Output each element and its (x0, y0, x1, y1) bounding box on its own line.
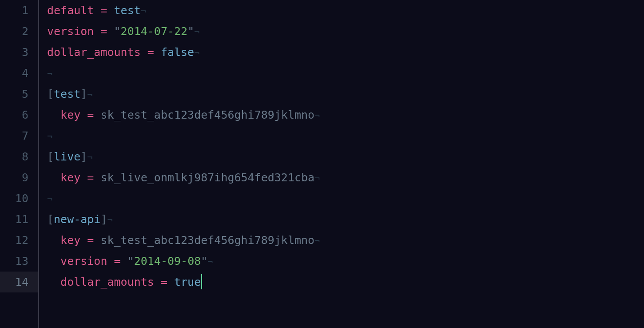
token: = (147, 46, 154, 59)
token (80, 108, 87, 121)
token (154, 276, 161, 288)
token: ] (100, 213, 107, 226)
line-number: 9 (0, 167, 38, 188)
line-number: 8 (0, 146, 38, 167)
token (80, 234, 87, 247)
line-number: 12 (0, 230, 38, 251)
eol-marker: ¬ (47, 68, 52, 79)
token: version (60, 255, 107, 268)
code-line[interactable]: [live]¬ (47, 146, 644, 167)
token: ] (80, 150, 87, 163)
token (154, 46, 161, 59)
code-line[interactable]: key = sk_test_abc123def456ghi789jklmno¬ (47, 230, 644, 251)
code-line[interactable]: version = "2014-07-22"¬ (47, 21, 644, 42)
token: = (100, 25, 107, 38)
line-number: 5 (0, 84, 38, 104)
indent (47, 108, 60, 121)
code-line[interactable]: ¬ (47, 125, 644, 146)
indent (47, 276, 60, 288)
code-line[interactable]: ¬ (47, 63, 644, 84)
line-number: 10 (0, 188, 38, 209)
token: test (54, 88, 80, 100)
token: key (60, 108, 80, 121)
eol-marker: ¬ (194, 48, 199, 58)
token: " (114, 25, 121, 38)
code-line[interactable]: key = sk_test_abc123def456ghi789jklmno¬ (47, 104, 644, 125)
token: 2014-07-22 (121, 25, 188, 38)
token: " (187, 25, 194, 38)
token: sk_live_onmlkj987ihg654fed321cba (100, 171, 314, 184)
eol-marker: ¬ (47, 131, 52, 142)
line-number: 13 (0, 251, 38, 272)
code-editor[interactable]: 1234567891011121314 default = test¬versi… (0, 0, 644, 328)
token (107, 25, 114, 38)
token: live (54, 150, 80, 163)
code-line[interactable]: key = sk_live_onmlkj987ihg654fed321cba¬ (47, 167, 644, 188)
eol-marker: ¬ (194, 27, 199, 37)
token: sk_test_abc123def456ghi789jklmno (100, 234, 314, 247)
token (107, 4, 114, 17)
code-line[interactable]: [new-api]¬ (47, 209, 644, 230)
token: = (114, 255, 121, 268)
token: dollar_amounts (60, 276, 154, 288)
token: = (87, 108, 94, 121)
token (107, 255, 114, 268)
token: default (47, 4, 94, 17)
code-area[interactable]: default = test¬version = "2014-07-22"¬do… (39, 0, 644, 328)
eol-marker: ¬ (47, 194, 52, 204)
indent (47, 234, 60, 247)
token (141, 46, 147, 59)
line-number: 3 (0, 42, 38, 63)
line-number: 14 (0, 272, 38, 292)
token: [ (47, 213, 54, 226)
token: " (201, 255, 207, 268)
token: = (87, 234, 94, 247)
token (94, 4, 100, 17)
indent (47, 171, 60, 184)
eol-marker: ¬ (141, 6, 146, 16)
token (121, 255, 127, 268)
line-number: 2 (0, 21, 38, 42)
token: = (100, 4, 107, 17)
token: key (60, 234, 80, 247)
token: [ (47, 150, 54, 163)
token (167, 276, 174, 288)
line-number: 4 (0, 63, 38, 84)
token: test (114, 4, 141, 17)
line-number: 1 (0, 0, 38, 21)
gutter: 1234567891011121314 (0, 0, 39, 328)
eol-marker: ¬ (314, 173, 320, 184)
token (94, 108, 100, 121)
line-number: 6 (0, 104, 38, 125)
token (94, 25, 100, 38)
token: " (127, 255, 134, 268)
code-line[interactable]: dollar_amounts = false¬ (47, 42, 644, 63)
token: new-api (54, 213, 100, 226)
token: true (174, 276, 201, 288)
line-number: 11 (0, 209, 38, 230)
token: version (47, 25, 94, 38)
code-line[interactable]: ¬ (47, 188, 644, 209)
token: 2014-09-08 (134, 255, 201, 268)
eol-marker: ¬ (207, 256, 213, 267)
eol-marker: ¬ (314, 236, 320, 246)
eol-marker: ¬ (314, 110, 320, 121)
text-cursor (201, 274, 202, 289)
token: = (161, 276, 167, 288)
eol-marker: ¬ (87, 89, 92, 100)
token (80, 171, 87, 184)
token: sk_test_abc123def456ghi789jklmno (100, 108, 314, 121)
token (94, 171, 100, 184)
code-line[interactable]: [test]¬ (47, 84, 644, 104)
eol-marker: ¬ (87, 152, 92, 163)
code-line[interactable]: dollar_amounts = true (47, 272, 644, 292)
eol-marker: ¬ (107, 215, 112, 225)
token: ] (80, 88, 87, 100)
token: [ (47, 88, 54, 100)
code-line[interactable]: default = test¬ (47, 0, 644, 21)
token: false (161, 46, 194, 59)
indent (47, 255, 60, 268)
token: key (60, 171, 80, 184)
token: = (87, 171, 94, 184)
code-line[interactable]: version = "2014-09-08"¬ (47, 251, 644, 272)
